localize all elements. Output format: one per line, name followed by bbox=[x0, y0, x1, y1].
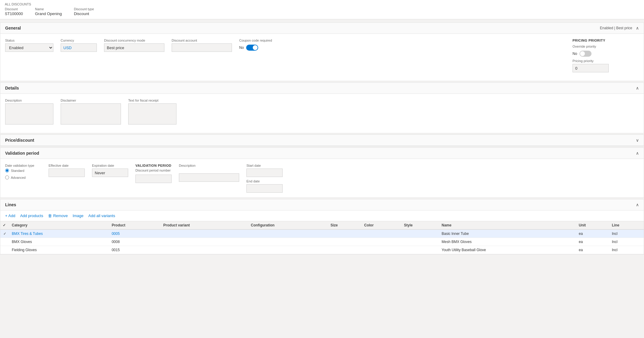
advanced-radio[interactable] bbox=[5, 175, 9, 179]
date-validation-type-group: Date validation type Standard Advanced bbox=[5, 164, 41, 193]
disclaimer-label: Disclaimer bbox=[61, 99, 121, 102]
row-color bbox=[362, 238, 401, 246]
general-status-summary: Enabled | Best price bbox=[600, 26, 632, 30]
lines-table-container: ✓ Category Product Product variant Confi… bbox=[0, 221, 644, 254]
row-style bbox=[401, 229, 439, 238]
details-section: Details ∧ Description Disclaimer Text fo… bbox=[0, 82, 644, 133]
lines-section-header[interactable]: Lines ∧ bbox=[0, 199, 644, 210]
row-line: Incl bbox=[609, 238, 644, 246]
header-type-label: Discount type bbox=[74, 7, 94, 11]
validation-period-sub-block: VALIDATION PERIOD Discount period number bbox=[135, 164, 172, 193]
row-line: Incl bbox=[609, 246, 644, 254]
header-name-field: Name Grand Opening bbox=[35, 7, 62, 16]
price-discount-chevron-icon: ∨ bbox=[636, 138, 639, 143]
standard-label: Standard bbox=[11, 169, 24, 172]
expiration-date-input[interactable] bbox=[92, 169, 128, 177]
override-toggle[interactable] bbox=[579, 51, 592, 57]
add-all-variants-button[interactable]: Add all variants bbox=[88, 213, 115, 218]
disclaimer-textarea[interactable] bbox=[61, 103, 121, 125]
description-textarea[interactable] bbox=[5, 103, 53, 125]
col-line: Line bbox=[609, 221, 644, 229]
header-discount-field: Discount ST100000 bbox=[5, 7, 23, 16]
start-date-input[interactable] bbox=[246, 169, 283, 177]
details-section-header[interactable]: Details ∧ bbox=[0, 83, 644, 94]
discount-period-number-label: Discount period number bbox=[135, 169, 172, 172]
row-check[interactable]: ✓ bbox=[0, 229, 9, 238]
account-input[interactable] bbox=[172, 43, 232, 52]
col-style: Style bbox=[401, 221, 439, 229]
vp-description-input[interactable] bbox=[179, 173, 239, 182]
currency-input[interactable] bbox=[61, 43, 97, 52]
end-date-input[interactable] bbox=[246, 184, 283, 193]
discount-period-number-input[interactable] bbox=[135, 175, 172, 183]
row-configuration bbox=[249, 238, 328, 246]
coupon-toggle[interactable] bbox=[246, 45, 258, 51]
radio-group: Standard Advanced bbox=[5, 169, 41, 181]
lines-section: Lines ∧ + Add Add products 🗑 Remove Imag… bbox=[0, 199, 644, 254]
details-body: Description Disclaimer Text for fiscal r… bbox=[0, 94, 644, 133]
col-product-variant: Product variant bbox=[161, 221, 248, 229]
row-name: Basic Inner Tube bbox=[439, 229, 576, 238]
row-category: BMX Tires & Tubes bbox=[9, 229, 109, 238]
details-chevron-icon: ∧ bbox=[636, 86, 639, 90]
lines-toolbar: + Add Add products 🗑 Remove Image Add al… bbox=[0, 210, 644, 221]
row-configuration bbox=[249, 229, 328, 238]
override-toggle-container: No bbox=[573, 51, 639, 57]
concurrency-input[interactable] bbox=[104, 43, 164, 52]
standard-radio[interactable] bbox=[5, 169, 9, 172]
row-name: Mesh BMX Gloves bbox=[439, 238, 576, 246]
coupon-group: Coupon code required No bbox=[239, 39, 275, 51]
row-product: 0015 bbox=[109, 246, 161, 254]
table-row[interactable]: BMX Gloves 0008 Mesh BMX Gloves ea Incl bbox=[0, 238, 644, 246]
fiscal-textarea[interactable] bbox=[128, 103, 176, 125]
advanced-label: Advanced bbox=[11, 176, 26, 179]
price-discount-header[interactable]: Price/discount ∨ bbox=[0, 135, 644, 146]
status-select[interactable]: Enabled Disabled bbox=[5, 43, 53, 52]
advanced-radio-item[interactable]: Advanced bbox=[5, 175, 41, 179]
breadcrumb: ALL DISCOUNTS bbox=[5, 2, 639, 6]
concurrency-group: Discount concurrency mode bbox=[104, 39, 164, 52]
validation-period-section: Validation period ∧ Date validation type… bbox=[0, 147, 644, 198]
details-title: Details bbox=[5, 86, 19, 90]
override-toggle-label: No bbox=[573, 52, 577, 56]
validation-period-header[interactable]: Validation period ∧ bbox=[0, 148, 644, 159]
general-section-header[interactable]: General Enabled | Best price ∧ bbox=[0, 23, 644, 34]
description-label: Description bbox=[5, 99, 53, 102]
end-date-label: End date bbox=[246, 179, 283, 183]
override-group: Override priority No bbox=[573, 45, 639, 57]
effective-date-input[interactable] bbox=[49, 169, 85, 177]
pricing-priority-value-group: Pricing priority bbox=[573, 59, 639, 72]
row-size bbox=[328, 238, 362, 246]
row-line: Incl bbox=[609, 229, 644, 238]
lines-table-body: ✓ BMX Tires & Tubes 0005 Basic Inner Tub… bbox=[0, 229, 644, 254]
header-discount-label: Discount bbox=[5, 7, 23, 11]
remove-button[interactable]: 🗑 Remove bbox=[48, 213, 68, 218]
status-group: Status Enabled Disabled bbox=[5, 39, 53, 52]
row-check[interactable] bbox=[0, 238, 9, 246]
concurrency-label: Discount concurrency mode bbox=[104, 39, 164, 42]
row-product: 0008 bbox=[109, 238, 161, 246]
row-unit: ea bbox=[576, 238, 610, 246]
row-check[interactable] bbox=[0, 246, 9, 254]
row-unit: ea bbox=[576, 246, 610, 254]
pricing-priority-input[interactable] bbox=[573, 64, 609, 72]
row-category: Fielding Gloves bbox=[9, 246, 109, 254]
remove-label: Remove bbox=[53, 213, 68, 218]
currency-label: Currency bbox=[61, 39, 97, 42]
col-product: Product bbox=[109, 221, 161, 229]
add-button[interactable]: + Add bbox=[5, 213, 15, 218]
add-products-button[interactable]: Add products bbox=[20, 213, 43, 218]
pricing-priority-section: PRICING PRIORITY Override priority No Pr… bbox=[573, 39, 639, 72]
header-name-label: Name bbox=[35, 7, 62, 11]
expiration-date-group: Expiration date bbox=[92, 164, 128, 193]
row-product-variant bbox=[161, 229, 248, 238]
account-label: Discount account bbox=[172, 39, 232, 42]
effective-date-group: Effective date bbox=[49, 164, 85, 193]
coupon-toggle-container: No bbox=[239, 45, 275, 51]
table-row[interactable]: Fielding Gloves 0015 Youth Utility Baseb… bbox=[0, 246, 644, 254]
standard-radio-item[interactable]: Standard bbox=[5, 169, 41, 172]
content-area: General Enabled | Best price ∧ Status En… bbox=[0, 19, 644, 259]
table-row[interactable]: ✓ BMX Tires & Tubes 0005 Basic Inner Tub… bbox=[0, 229, 644, 238]
image-button[interactable]: Image bbox=[73, 213, 84, 218]
general-chevron-icon: ∧ bbox=[636, 26, 639, 30]
